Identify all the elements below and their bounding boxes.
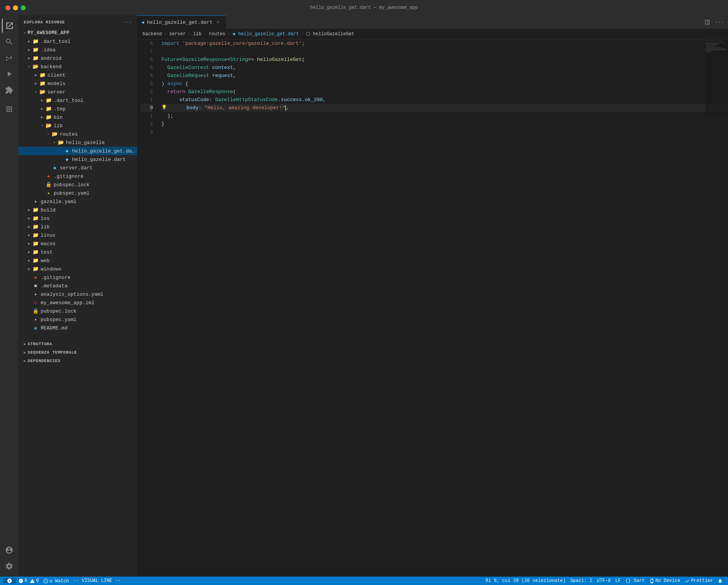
- tree-iml[interactable]: ◇ my_awesome_app.iml: [18, 298, 137, 307]
- activity-settings[interactable]: [2, 559, 16, 574]
- more-actions-icon[interactable]: ···: [714, 17, 725, 28]
- error-count: 0: [25, 578, 27, 583]
- tree-gitignore-root[interactable]: ◈ .gitignore: [18, 273, 137, 282]
- section-sequenza[interactable]: ▶ SEQUENZA TEMPORALE: [18, 348, 137, 357]
- breadcrumb-server[interactable]: server: [169, 31, 186, 37]
- tree-tmp[interactable]: ▶ 📁 .tmp: [18, 105, 137, 113]
- status-prettier[interactable]: Prettier: [682, 578, 715, 583]
- folder-icon: 📁: [32, 257, 39, 264]
- tree-windows[interactable]: ▶ 📁 windows: [18, 265, 137, 273]
- tree-macos[interactable]: ▶ 📁 macos: [18, 239, 137, 248]
- tree-label: server.dart: [60, 165, 93, 171]
- tree-server[interactable]: ▾ 📂 server: [18, 88, 137, 96]
- section-dependencies[interactable]: ▶ DEPENDENCIES: [18, 357, 137, 365]
- lightbulb-icon[interactable]: 💡: [161, 104, 167, 112]
- tree-pubspec-yaml-root[interactable]: ✦ pubspec.yaml: [18, 315, 137, 324]
- tree-server-dart-tool[interactable]: ▶ 📁 .dart_tool: [18, 96, 137, 105]
- status-notifications[interactable]: [715, 578, 725, 583]
- breadcrumb-symbol[interactable]: ⬡ helloGazelleGet: [306, 31, 354, 37]
- tree-root[interactable]: ▾ MY_AWESOME_APP: [18, 29, 137, 37]
- code-line: );: [161, 112, 728, 120]
- minimize-button[interactable]: [13, 5, 18, 10]
- tree-hello-gazelle[interactable]: ▾ 📂 hello_gazelle: [18, 138, 137, 147]
- tree-build[interactable]: ▶ 📁 build: [18, 206, 137, 214]
- activity-source-control[interactable]: [2, 51, 16, 65]
- sidebar-more-icon[interactable]: ···: [122, 19, 132, 25]
- tree-file-hello-gazelle[interactable]: ◆ hello_gazelle.dart: [18, 155, 137, 164]
- tree-file-hello-gazelle-get[interactable]: ◆ hello_gazelle_get.dart: [18, 147, 137, 155]
- tab-close-button[interactable]: ×: [215, 19, 221, 25]
- tree-pubspec-lock-root[interactable]: 🔒 pubspec.lock: [18, 307, 137, 315]
- status-vi-mode[interactable]: -- VISUAL LINE --: [71, 578, 123, 583]
- sidebar-content[interactable]: ▾ MY_AWESOME_APP ▶ 📁 .dart_tool ▶ 📁 .ide…: [18, 29, 137, 577]
- tree-gitignore-server[interactable]: ◈ .gitignore: [18, 172, 137, 180]
- status-errors[interactable]: 0 0: [16, 578, 41, 583]
- split-editor-icon[interactable]: [702, 17, 713, 28]
- code-content[interactable]: import 'package:gazelle_core/gazelle_cor…: [158, 39, 728, 577]
- tree-client[interactable]: ▶ 📁 client: [18, 71, 137, 79]
- breadcrumb-backend[interactable]: backend: [143, 31, 162, 37]
- tree-readme[interactable]: ◉ README.md: [18, 324, 137, 332]
- code-editor[interactable]: 8 7 6 5 4 3 2 1 9 1 2 3 import 'package:…: [137, 39, 728, 577]
- tree-bin[interactable]: ▶ 📁 bin: [18, 113, 137, 121]
- tree-metadata[interactable]: ■ .metadata: [18, 282, 137, 290]
- tree-test[interactable]: ▶ 📁 test: [18, 248, 137, 256]
- tree-label: macos: [41, 241, 56, 247]
- tree-lib[interactable]: ▾ 📂 lib: [18, 121, 137, 130]
- tree-label: pubspec.yaml: [41, 317, 77, 323]
- activity-search[interactable]: [2, 34, 16, 49]
- activity-extensions[interactable]: [2, 83, 16, 97]
- tree-analysis-options[interactable]: ✦ analysis_options.yaml: [18, 290, 137, 298]
- remote-status-icon: [7, 578, 12, 583]
- folder-icon: 📁: [45, 97, 52, 104]
- status-no-device[interactable]: No Device: [647, 578, 683, 583]
- tree-web[interactable]: ▶ 📁 web: [18, 256, 137, 265]
- tree-dart-tool[interactable]: ▶ 📁 .dart_tool: [18, 37, 137, 46]
- tree-routes[interactable]: ▾ 📂 routes: [18, 130, 137, 138]
- breadcrumb-routes[interactable]: routes: [209, 31, 225, 37]
- no-device-text: No Device: [656, 578, 680, 583]
- tree-pubspec-lock-server[interactable]: 🔒 pubspec.lock: [18, 180, 137, 189]
- activity-remote[interactable]: [2, 102, 16, 116]
- tree-gazelle-yaml[interactable]: ✦ gazelle.yaml: [18, 197, 137, 206]
- tree-label: backend: [41, 64, 62, 70]
- status-encoding[interactable]: UTF-8: [595, 578, 613, 583]
- tree-ios[interactable]: ▶ 📁 ios: [18, 214, 137, 223]
- breadcrumb-file[interactable]: ◆ hello_gazelle_get.dart: [233, 31, 299, 37]
- status-line-col[interactable]: Ri 9, col 39 (38 selezionate): [483, 578, 568, 583]
- status-remote[interactable]: [3, 578, 16, 583]
- status-spaces[interactable]: Spazi: 2: [568, 578, 595, 583]
- tree-lib-root[interactable]: ▶ 📁 lib: [18, 223, 137, 231]
- status-language[interactable]: {} Dart: [623, 578, 647, 583]
- close-button[interactable]: [5, 5, 10, 10]
- tree-file-server[interactable]: ◆ server.dart: [18, 164, 137, 172]
- activity-account[interactable]: [2, 543, 16, 557]
- status-watch[interactable]: ◎ Watch: [41, 578, 71, 584]
- breadcrumb: backend › server › lib › routes › ◆ hell…: [137, 29, 728, 39]
- yaml-icon: ✦: [32, 198, 39, 205]
- folder-icon: 📁: [32, 240, 39, 247]
- activity-explorer[interactable]: [2, 18, 16, 33]
- activity-run[interactable]: [2, 67, 16, 81]
- folder-icon: 📁: [32, 215, 39, 222]
- tree-pubspec-yaml-server[interactable]: ✦ pubspec.yaml: [18, 189, 137, 197]
- main-layout: ESPLORA RISORSE ··· ▾ MY_AWESOME_APP ▶ 📁…: [0, 15, 728, 577]
- folder-icon: 📁: [32, 265, 39, 272]
- tree-idea[interactable]: ▶ 📁 .idea: [18, 46, 137, 54]
- breadcrumb-lib[interactable]: lib: [193, 31, 202, 37]
- tree-label: README.md: [41, 325, 67, 331]
- metadata-icon: ■: [32, 282, 39, 289]
- tree-models[interactable]: ▶ 📁 models: [18, 79, 137, 88]
- tree-backend[interactable]: ▾ 📂 backend: [18, 62, 137, 71]
- status-line-ending[interactable]: LF: [613, 578, 623, 583]
- tree-linux[interactable]: ▶ 📁 linux: [18, 231, 137, 239]
- tree-label: pubspec.lock: [41, 308, 77, 314]
- tab-bar: ◆ hello_gazelle_get.dart × ···: [137, 15, 728, 29]
- tab-hello-gazelle-get[interactable]: ◆ hello_gazelle_get.dart ×: [137, 15, 226, 29]
- section-struttura[interactable]: ▶ STRUTTURA: [18, 340, 137, 348]
- code-line: Future<GazelleResponse<String>> helloGaz…: [161, 56, 728, 64]
- line-ending-text: LF: [615, 578, 621, 583]
- maximize-button[interactable]: [21, 5, 26, 10]
- folder-open-icon: 📂: [39, 88, 46, 95]
- tree-android[interactable]: ▶ 📁 android: [18, 54, 137, 62]
